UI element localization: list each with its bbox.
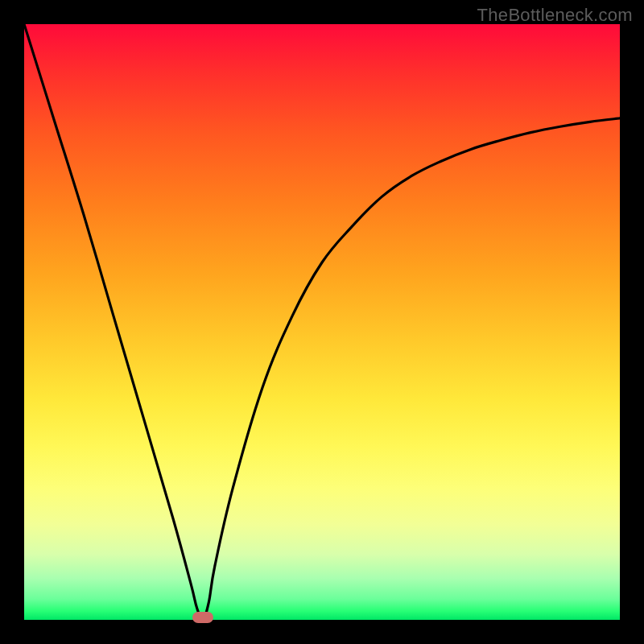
- chart-plot-area: [24, 24, 620, 620]
- optimum-marker: [192, 612, 213, 623]
- chart-frame: TheBottleneck.com: [0, 0, 644, 644]
- bottleneck-curve: [24, 24, 620, 620]
- watermark-text: TheBottleneck.com: [477, 5, 633, 26]
